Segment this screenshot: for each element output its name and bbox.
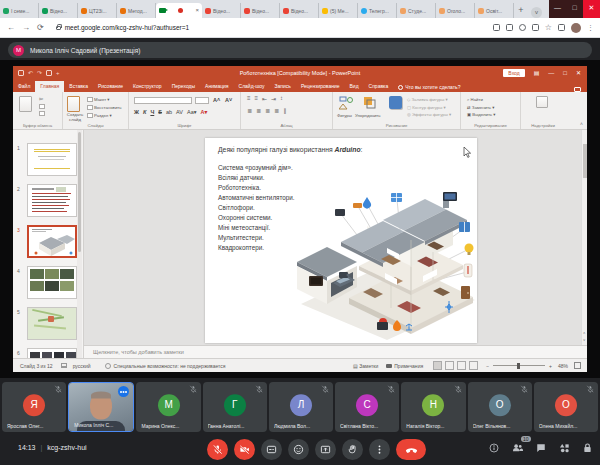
slide-sorter-view-button[interactable] [445,361,454,370]
ribbon-tab-draw[interactable]: Рисование [93,81,128,92]
align-center-icon[interactable]: ≣ [256,107,260,114]
language-status[interactable]: русский [73,363,91,369]
browser-menu-icon[interactable]: ⋮ [587,24,594,32]
ppt-minimize-icon[interactable]: — [548,70,554,76]
people-panel-button[interactable]: 10 [512,443,523,453]
shape-effects-button[interactable]: ◎ Эффекты фигуры ▾ [407,112,451,117]
minimize-button[interactable]: — [549,0,566,18]
slide-thumbnail-1[interactable] [27,143,77,176]
participant-tile-video[interactable]: Микола Ілліч С... [68,382,134,432]
reading-view-button[interactable] [457,361,466,370]
collapse-ribbon-icon[interactable]: ˄ [580,121,583,127]
slide-thumbnail-6[interactable] [27,348,77,358]
browser-tab-active-meet[interactable]: × [156,3,202,18]
replace-button[interactable]: ⇄ Заменить ▾ [467,105,495,110]
addins-icon[interactable] [536,96,548,108]
font-name-box[interactable] [134,97,192,104]
activities-icon[interactable] [559,443,570,453]
slideshow-icon[interactable] [46,70,52,76]
bold-icon[interactable]: Ж [134,109,139,115]
zoom-slider[interactable] [493,365,545,366]
tab-search-icon[interactable]: v [531,7,542,18]
zoom-in-icon[interactable]: + [549,363,552,369]
font-size-box[interactable] [195,97,209,104]
italic-icon[interactable]: К [143,109,146,115]
captions-button[interactable] [261,439,282,460]
participant-tile[interactable]: М Марина Олекс... [136,382,200,432]
browser-tab[interactable]: Відео... [280,3,319,18]
meeting-details-icon[interactable] [489,443,499,453]
slide-thumbnail-2[interactable] [27,184,77,217]
comments-toggle[interactable]: Примечания [386,363,423,369]
format-painter-icon[interactable] [39,111,45,116]
browser-tab[interactable]: Студе... [397,3,436,18]
shapes-icon[interactable] [339,96,355,111]
ribbon-tab-view[interactable]: Вид [345,81,364,92]
indent-left-icon[interactable]: ⇤ [262,95,266,102]
share-icon[interactable] [532,24,539,31]
numbering-icon[interactable]: ≡ [255,95,258,102]
select-button[interactable]: ▣ Выделить ▾ [467,112,495,117]
ppt-maximize-icon[interactable]: □ [563,70,567,76]
side-panel-icon[interactable] [558,24,565,31]
participant-tile[interactable]: С Світлана Вікто... [335,382,399,432]
char-spacing-icon[interactable]: AV [176,109,183,115]
zoom-icon[interactable] [519,24,526,31]
align-right-icon[interactable]: ≣ [265,107,269,114]
align-left-icon[interactable]: ≣ [247,107,251,114]
browser-tab[interactable]: Оголо... [436,3,475,18]
paste-icon[interactable] [19,96,32,112]
end-call-button[interactable] [396,439,426,460]
participant-tile[interactable]: Л Людмила Вол... [269,382,333,432]
shape-outline-button[interactable]: ▢ Контур фигуры ▾ [407,105,451,110]
participant-tile[interactable]: Я Ярослав Олег... [2,382,66,432]
notes-toggle[interactable]: ▤ Заметки [353,363,378,369]
tab-close-icon[interactable]: × [195,8,199,13]
normal-view-button[interactable] [433,361,442,370]
underline-icon[interactable]: Ч [150,109,154,115]
shapes-button[interactable]: Фигуры [337,113,352,118]
customize-qat-icon[interactable]: + [56,70,60,76]
signin-button[interactable]: Вход [503,69,524,77]
reload-icon[interactable]: ⟳ [37,23,44,32]
arrange-icon[interactable] [363,96,377,110]
ribbon-tab-record[interactable]: Запись [269,81,295,92]
fit-slide-icon[interactable] [574,362,581,369]
new-tab-button[interactable]: + [514,4,528,18]
ribbon-tab-slideshow[interactable]: Слайд-шоу [234,81,270,92]
forward-icon[interactable]: → [22,23,30,32]
section-button[interactable]: Раздел ▾ [87,113,122,118]
tell-me-box[interactable]: Что вы хотите сделать? [393,82,465,92]
new-slide-button[interactable]: Создать слайд [65,113,85,122]
layout-button[interactable]: Макет ▾ [87,97,122,102]
camera-button-off[interactable] [234,439,255,460]
line-spacing-icon[interactable]: ↕ [280,95,282,102]
ribbon-tab-file[interactable]: Файл [13,81,35,92]
indent-right-icon[interactable]: ⇥ [271,95,275,102]
browser-tab[interactable]: Телегр... [358,3,397,18]
mic-button-muted[interactable] [207,439,228,460]
back-icon[interactable]: ← [7,23,15,32]
participant-tile[interactable]: О Олена Михайл... [534,382,598,432]
browser-tab[interactable]: Освіт... [475,3,514,18]
more-options-button[interactable] [369,439,390,460]
zoom-level[interactable]: 48% [558,363,568,369]
ribbon-tab-transitions[interactable]: Переходы [167,81,200,92]
zoom-out-icon[interactable]: − [486,363,489,369]
browser-tab[interactable]: Відео... [202,3,241,18]
browser-tab[interactable]: (5) Ме... [319,3,358,18]
host-controls-icon[interactable] [583,443,592,453]
ribbon-options-icon[interactable]: ▤ [534,70,540,76]
cut-icon[interactable]: ✂ [39,96,45,102]
reactions-button[interactable] [288,439,309,460]
thumbnail-scrollbar[interactable] [77,130,82,358]
browser-tab[interactable]: ЦТ23і... [78,3,117,18]
ribbon-tab-review[interactable]: Рецензирование [296,81,345,92]
slide-thumbnail-5[interactable] [27,307,77,340]
slide-thumbnail-4[interactable] [27,266,77,299]
profile-avatar[interactable] [571,23,581,33]
chat-panel-icon[interactable] [536,443,546,453]
ribbon-tab-design[interactable]: Конструктор [128,81,167,92]
columns-icon[interactable]: ∥ [283,107,285,114]
change-case-icon[interactable]: Аа▾ [187,109,197,115]
